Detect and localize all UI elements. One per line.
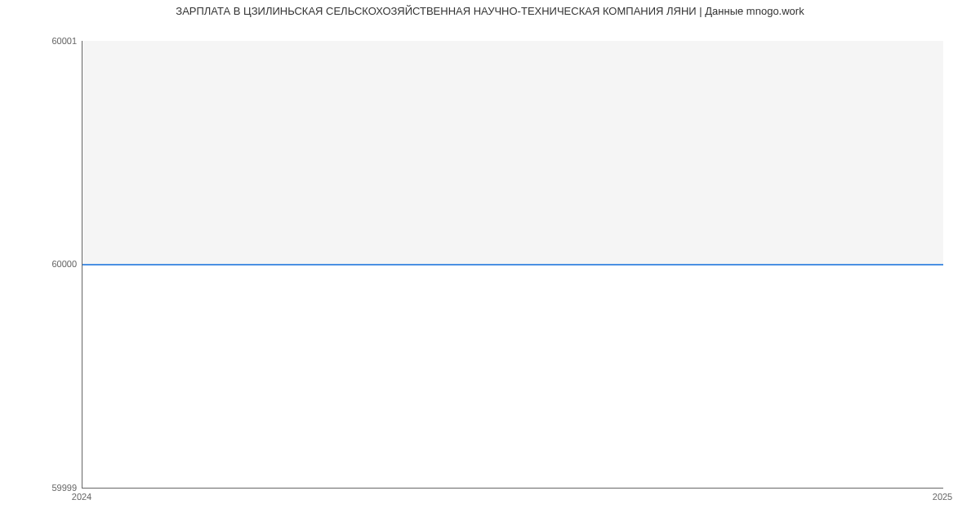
y-tick-label: 59999 [3, 483, 77, 493]
y-tick-label: 60000 [3, 259, 77, 269]
chart-title: ЗАРПЛАТА В ЦЗИЛИНЬСКАЯ СЕЛЬСКОХОЗЯЙСТВЕН… [0, 5, 980, 17]
grid-band [82, 41, 943, 264]
plot-area [82, 41, 943, 489]
data-line [82, 264, 943, 266]
y-tick-label: 60001 [3, 36, 77, 46]
chart-container: ЗАРПЛАТА В ЦЗИЛИНЬСКАЯ СЕЛЬСКОХОЗЯЙСТВЕН… [0, 0, 980, 531]
x-tick-label: 2025 [933, 492, 952, 502]
x-tick-label: 2024 [72, 492, 91, 502]
